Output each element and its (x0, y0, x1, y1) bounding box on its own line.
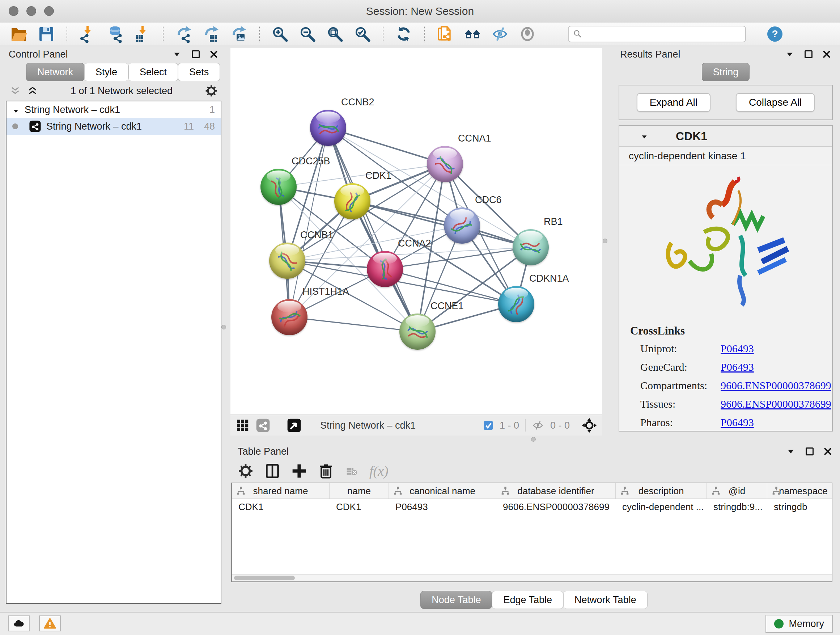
right-splitter-handle[interactable] (603, 239, 607, 243)
panel-close-icon[interactable] (209, 50, 218, 59)
window-zoom-button[interactable] (44, 6, 54, 16)
expand-all-button[interactable]: Expand All (637, 93, 711, 112)
panel-menu-icon[interactable] (786, 447, 796, 456)
table-cell[interactable]: CDK1 (330, 499, 389, 515)
column-header-name[interactable]: name (330, 483, 389, 499)
panel-float-icon[interactable] (805, 50, 813, 58)
network-view-icon[interactable] (256, 418, 270, 432)
panel-float-icon[interactable] (806, 448, 813, 455)
table-cell[interactable]: stringdb (767, 499, 832, 515)
grid-view-icon[interactable] (235, 418, 250, 432)
hidden-eye-icon[interactable] (531, 420, 545, 431)
refresh-icon[interactable] (395, 25, 412, 43)
network-node-CDC6[interactable] (444, 207, 480, 244)
left-splitter-handle[interactable] (221, 325, 226, 329)
panel-menu-icon[interactable] (172, 50, 182, 59)
network-options-gear-icon[interactable] (205, 84, 218, 97)
table-cell[interactable]: stringdb:9... (707, 499, 767, 515)
save-icon[interactable] (38, 25, 55, 43)
network-node-CDC25B[interactable] (261, 169, 297, 205)
birds-eye-view-icon[interactable] (287, 418, 302, 432)
help-icon[interactable]: ? (766, 25, 783, 43)
tab-style[interactable]: Style (84, 63, 128, 81)
eye-hide-icon[interactable] (491, 25, 508, 43)
show-columns-icon[interactable] (264, 463, 280, 479)
tab-edge-table[interactable]: Edge Table (492, 591, 563, 609)
cloud-status-button[interactable] (8, 616, 30, 631)
panel-menu-icon[interactable] (785, 50, 794, 59)
import-database-icon[interactable] (106, 25, 124, 43)
zoom-fit-icon[interactable] (326, 25, 344, 43)
import-network-icon[interactable] (79, 25, 96, 43)
network-node-RB1[interactable] (513, 229, 549, 265)
column-header-description[interactable]: description (616, 483, 707, 499)
crosslink-link[interactable]: P06493 (721, 416, 754, 429)
export-network-icon[interactable] (175, 25, 193, 43)
collapse-all-button[interactable]: Collapse All (736, 93, 815, 112)
crosslink-link[interactable]: 9606.ENSP00000378699 (721, 379, 831, 392)
bottom-splitter-handle[interactable] (531, 437, 536, 442)
column-header-@id[interactable]: @id (707, 483, 767, 499)
search-box[interactable] (568, 26, 746, 42)
horizontal-scrollbar[interactable] (232, 574, 832, 581)
add-column-icon[interactable] (291, 463, 307, 479)
gene-header[interactable]: CDK1 (619, 126, 832, 147)
tab-string[interactable]: String (702, 63, 750, 81)
export-image-icon[interactable] (230, 25, 248, 43)
collapse-arrow-icon[interactable] (640, 132, 648, 140)
export-table-icon[interactable] (202, 25, 220, 43)
network-node-CCNB1[interactable] (269, 242, 305, 279)
zoom-out-icon[interactable] (299, 25, 316, 43)
open-folder-icon[interactable] (10, 25, 27, 43)
expand-all-icon[interactable] (27, 86, 38, 96)
network-node-CDKN1A[interactable] (498, 286, 534, 322)
column-header-canonical-name[interactable]: canonical name (389, 483, 496, 499)
network-node-CCNA1[interactable] (427, 146, 463, 182)
table-cell[interactable]: P06493 (389, 499, 496, 515)
delete-column-icon[interactable] (318, 463, 334, 479)
table-cell[interactable]: 9606.ENSP00000378699 (496, 499, 616, 515)
network-row-selected[interactable]: String Network – cdk1 11 48 (6, 118, 221, 135)
network-node-HIST1H1A[interactable] (271, 299, 308, 335)
window-close-button[interactable] (9, 6, 19, 16)
eye-disabled-icon[interactable] (519, 25, 536, 43)
collapse-all-icon[interactable] (9, 86, 21, 96)
network-view-canvas[interactable]: CCNB2CCNA1CDC25BCDK1CDC6RB1CCNB1CCNA2CDK… (231, 48, 602, 415)
table-options-gear-icon[interactable] (238, 463, 254, 479)
window-minimize-button[interactable] (27, 6, 36, 16)
collapse-arrow-icon[interactable] (12, 106, 19, 113)
zoom-in-icon[interactable] (271, 25, 289, 43)
tab-select[interactable]: Select (128, 63, 178, 81)
warning-status-button[interactable] (39, 616, 61, 631)
crosslink-link[interactable]: P06493 (721, 361, 754, 373)
tab-network[interactable]: Network (26, 63, 84, 81)
panel-close-icon[interactable] (823, 447, 832, 456)
fit-selected-crosshair-icon[interactable] (581, 417, 597, 433)
memory-button[interactable]: Memory (766, 615, 833, 633)
panel-float-icon[interactable] (192, 50, 200, 58)
tab-node-table[interactable]: Node Table (420, 591, 492, 609)
zoom-selected-icon[interactable] (354, 25, 371, 43)
import-table-icon[interactable] (134, 25, 151, 43)
network-node-CCNB2[interactable] (310, 110, 346, 146)
crosslink-link[interactable]: 9606.ENSP00000378699 (721, 398, 831, 410)
homes-icon[interactable] (464, 25, 481, 43)
table-cell[interactable]: CDK1 (232, 499, 330, 515)
network-node-CCNE1[interactable] (399, 314, 436, 350)
panel-close-icon[interactable] (822, 50, 831, 59)
scrollbar-thumb[interactable] (234, 576, 295, 580)
table-row[interactable]: CDK1CDK1P064939606.ENSP00000378699cyclin… (232, 499, 832, 515)
tab-sets[interactable]: Sets (178, 63, 220, 81)
network-node-CCNA2[interactable] (367, 251, 403, 287)
search-input[interactable] (585, 29, 741, 40)
column-header-database-identifier[interactable]: database identifier (496, 483, 616, 499)
selected-checkbox-icon[interactable] (483, 420, 494, 431)
column-header-namespace[interactable]: namespace (767, 483, 832, 499)
column-header-shared-name[interactable]: shared name (232, 483, 330, 499)
table-cell[interactable]: cyclin-dependent ... (616, 499, 707, 515)
network-node-CDK1[interactable] (334, 183, 370, 219)
string-doc-icon[interactable] (436, 25, 454, 43)
crosslink-link[interactable]: P06493 (721, 342, 754, 355)
tab-network-table[interactable]: Network Table (563, 591, 647, 609)
network-collection-row[interactable]: String Network – cdk1 1 (6, 101, 221, 118)
